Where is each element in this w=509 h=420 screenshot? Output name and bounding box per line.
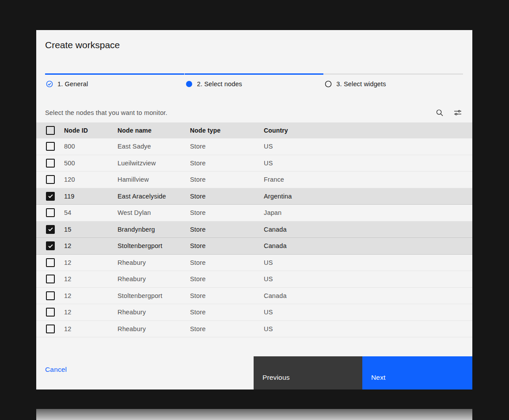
node-name-cell: Stoltenbergport — [118, 292, 190, 299]
node-type-cell: Store — [190, 143, 264, 150]
table-row[interactable]: 12RheaburyStoreUS — [36, 271, 472, 288]
table-row[interactable]: 15BrandynbergStoreCanada — [36, 221, 472, 238]
progress-step-1[interactable]: 1. General — [45, 73, 184, 88]
table-row[interactable]: 12RheaburyStoreUS — [36, 321, 472, 338]
node-name-cell: Rheabury — [118, 275, 190, 283]
node-name-cell: West Dylan — [118, 209, 190, 216]
node-type-cell: Store — [190, 176, 264, 183]
node-name-cell: Hamillview — [118, 176, 190, 183]
node-type-cell: Store — [190, 259, 264, 266]
progress-step-2[interactable]: 2. Select nodes — [185, 73, 324, 88]
country-cell: France — [264, 176, 472, 183]
node-id-cell: 12 — [64, 292, 118, 299]
row-checkbox-cell — [36, 142, 64, 151]
table-row[interactable]: 119East AracelysideStoreArgentina — [36, 188, 472, 205]
select-all-checkbox[interactable] — [46, 126, 55, 135]
table-row[interactable]: 120HamillviewStoreFrance — [36, 172, 472, 188]
progress-step-label: 3. Select widgets — [336, 80, 386, 88]
row-checkbox[interactable] — [46, 159, 55, 168]
next-button[interactable]: Next — [362, 356, 472, 389]
row-checkbox[interactable] — [46, 175, 55, 184]
row-checkbox-cell — [36, 241, 64, 250]
row-checkbox-cell — [36, 208, 64, 217]
page-background: Create workspace 1. General2. Select nod… — [0, 0, 509, 420]
toolbar-actions — [436, 109, 462, 117]
country-cell: Canada — [264, 292, 472, 299]
cancel-button[interactable]: Cancel — [45, 356, 67, 389]
table-row[interactable]: 800East SadyeStoreUS — [36, 138, 472, 155]
progress-step-label: 2. Select nodes — [197, 80, 242, 88]
circle-outline-icon — [325, 80, 332, 88]
node-name-cell: East Aracelyside — [118, 193, 190, 200]
row-checkbox[interactable] — [46, 142, 55, 151]
row-checkbox[interactable] — [46, 325, 55, 333]
column-header: Node ID — [64, 127, 118, 134]
node-id-cell: 54 — [64, 209, 118, 216]
country-cell: Canada — [264, 242, 472, 249]
row-checkbox[interactable] — [46, 225, 55, 234]
table-row[interactable]: 12RheaburyStoreUS — [36, 255, 472, 271]
node-id-cell: 15 — [64, 226, 118, 233]
node-name-cell: East Sadye — [118, 143, 190, 150]
column-header: Node type — [190, 127, 264, 134]
country-cell: Japan — [264, 209, 472, 216]
country-cell: Argentina — [264, 193, 472, 200]
table-row[interactable]: 12StoltenbergportStoreCanada — [36, 288, 472, 305]
row-checkbox-cell — [36, 175, 64, 184]
nodes-table: Node IDNode nameNode typeCountry 800East… — [36, 122, 472, 337]
node-name-cell: Rheabury — [118, 325, 190, 332]
row-checkbox[interactable] — [46, 308, 55, 317]
checkmark-outline-icon — [46, 80, 53, 88]
search-icon[interactable] — [436, 109, 444, 117]
node-id-cell: 800 — [64, 143, 118, 150]
table-row[interactable]: 12StoltenbergportStoreCanada — [36, 238, 472, 255]
node-type-cell: Store — [190, 226, 264, 233]
row-checkbox-cell — [36, 192, 64, 201]
table-row[interactable]: 500LueilwitzviewStoreUS — [36, 155, 472, 172]
table-bottom-fade — [36, 409, 472, 420]
column-header: Node name — [118, 127, 190, 134]
node-name-cell: Rheabury — [118, 309, 190, 316]
row-checkbox[interactable] — [46, 291, 55, 300]
country-cell: US — [264, 143, 472, 150]
row-checkbox[interactable] — [46, 208, 55, 217]
circle-filled-icon — [186, 80, 193, 88]
row-checkbox[interactable] — [46, 241, 55, 250]
node-name-cell: Lueilwitzview — [118, 160, 190, 167]
node-type-cell: Store — [190, 309, 264, 316]
row-checkbox[interactable] — [46, 192, 55, 201]
row-checkbox-cell — [36, 275, 64, 283]
table-header-row: Node IDNode nameNode typeCountry — [36, 122, 472, 138]
header-checkbox-cell — [36, 126, 64, 135]
table-row[interactable]: 12RheaburyStoreUS — [36, 304, 472, 321]
node-type-cell: Store — [190, 242, 264, 249]
table-description: Select the nodes that you want to monito… — [45, 109, 167, 116]
row-checkbox[interactable] — [46, 275, 55, 283]
node-name-cell: Brandynberg — [118, 226, 190, 233]
table-toolbar: Select the nodes that you want to monito… — [36, 103, 472, 122]
node-type-cell: Store — [190, 292, 264, 299]
country-cell: US — [264, 325, 472, 332]
settings-adjust-icon[interactable] — [454, 109, 462, 117]
node-id-cell: 120 — [64, 176, 118, 183]
country-cell: US — [264, 259, 472, 266]
table-row[interactable]: 54West DylanStoreJapan — [36, 205, 472, 221]
node-type-cell: Store — [190, 275, 264, 283]
table-body: 800East SadyeStoreUS500LueilwitzviewStor… — [36, 138, 472, 337]
row-checkbox[interactable] — [46, 258, 55, 267]
country-cell: US — [264, 160, 472, 167]
node-id-cell: 12 — [64, 275, 118, 283]
node-id-cell: 12 — [64, 242, 118, 249]
row-checkbox-cell — [36, 291, 64, 300]
node-name-cell: Stoltenbergport — [118, 242, 190, 249]
country-cell: Canada — [264, 226, 472, 233]
node-id-cell: 119 — [64, 193, 118, 200]
progress-indicator: 1. General2. Select nodes3. Select widge… — [45, 73, 463, 88]
modal-title: Create workspace — [45, 40, 120, 50]
previous-button[interactable]: Previous — [254, 356, 362, 389]
row-checkbox-cell — [36, 258, 64, 267]
progress-step-3[interactable]: 3. Select widgets — [324, 73, 463, 88]
node-id-cell: 12 — [64, 325, 118, 332]
node-id-cell: 12 — [64, 309, 118, 316]
country-cell: US — [264, 309, 472, 316]
